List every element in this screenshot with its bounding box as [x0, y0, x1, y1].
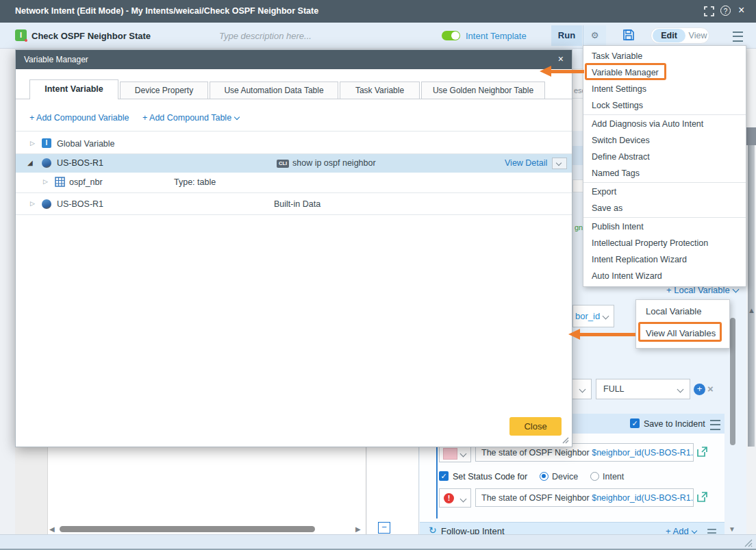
annotation-arrow-left: [540, 66, 585, 77]
description-input[interactable]: Type description here...: [219, 31, 312, 41]
status-message-input-2[interactable]: The state of OSPF Neighbor $neighbor_id(…: [475, 488, 694, 507]
dialog-close-icon[interactable]: ×: [558, 53, 564, 64]
menu-item-save-as[interactable]: Save as: [583, 200, 746, 216]
chevron-down-icon: [691, 528, 696, 534]
tree-row-global-variable[interactable]: ▷ I Global Variable: [16, 135, 572, 153]
help-icon[interactable]: ?: [720, 5, 731, 16]
window-resize-handle[interactable]: [744, 538, 753, 547]
scroll-right-arrow[interactable]: ▶: [355, 526, 361, 533]
parameter-dropdown-partial[interactable]: [570, 379, 592, 399]
chevron-down-icon: [234, 114, 240, 120]
canvas-hscrollbar-thumb[interactable]: [60, 526, 315, 532]
tree-row-device-builtin[interactable]: ▷ US-BOS-R1 Built-in Data: [16, 195, 572, 214]
maximize-icon[interactable]: [704, 6, 714, 16]
intent-template-toggle[interactable]: [442, 31, 460, 40]
intent-title: Check OSPF Neighbor State: [32, 31, 151, 41]
tab-device-property[interactable]: Device Property: [120, 82, 208, 99]
panel-scrollbar-thumb[interactable]: [730, 318, 735, 445]
collapsed-caret-icon[interactable]: ▷: [30, 140, 35, 147]
row-dropdown-button[interactable]: [552, 158, 567, 169]
menu-item-intent-settings[interactable]: Intent Settings: [583, 81, 746, 97]
menu-item-define-abstract[interactable]: Define Abstract: [583, 149, 746, 165]
menu-item-lock-settings[interactable]: Lock Settings: [583, 97, 746, 114]
menu-item-task-variable[interactable]: Task Variable: [583, 48, 746, 64]
expanded-caret-icon[interactable]: ◢: [27, 159, 33, 166]
block-indicator-line: [436, 442, 438, 518]
collapsed-caret-icon[interactable]: ▷: [30, 200, 35, 207]
menu-item-named-tags[interactable]: Named Tags: [583, 165, 746, 182]
window-scrollbar-thumb[interactable]: [748, 127, 755, 447]
menu-item-intent-replication-wizard[interactable]: Intent Replication Wizard: [583, 251, 746, 268]
window-scrollbar-thumb-top: [746, 127, 756, 145]
more-menu-icon[interactable]: [733, 32, 743, 42]
menu-item-switch-devices[interactable]: Switch Devices: [583, 132, 746, 149]
dialog-header[interactable]: Variable Manager ×: [16, 50, 572, 69]
tree-row-device-selected[interactable]: ◢ US-BOS-R1 CLI show ip ospf neighbor Vi…: [16, 154, 572, 173]
view-detail-link[interactable]: View Detail: [505, 158, 547, 168]
radio-intent[interactable]: [590, 472, 599, 481]
highlight-box-view-all-variables: [638, 322, 722, 342]
tab-use-automation-data-table[interactable]: Use Automation Data Table: [210, 82, 338, 99]
radio-intent-label: Intent: [603, 472, 624, 482]
tab-view[interactable]: View: [687, 29, 709, 42]
chevron-down-icon: [732, 286, 739, 293]
menu-item-local-variable[interactable]: Local Variable: [646, 306, 701, 316]
run-button[interactable]: Run: [551, 25, 582, 46]
variable-name: ospf_nbr: [69, 177, 103, 187]
cli-badge: CLI: [277, 160, 289, 168]
menu-item-export[interactable]: Export: [583, 184, 746, 200]
device-name: US-BOS-R1: [57, 158, 103, 168]
full-dropdown[interactable]: FULL: [596, 379, 690, 399]
device-icon: [42, 158, 51, 168]
message-variable: $neighbor_id(US-BOS-R1.os: [592, 448, 694, 458]
chevron-down-icon: [677, 386, 684, 393]
add-compound-variable-link[interactable]: + Add Compound Variable: [29, 113, 129, 123]
add-compound-table-link[interactable]: + Add Compound Table: [142, 113, 239, 123]
canvas-area[interactable]: [48, 447, 366, 534]
tab-edit[interactable]: Edit: [653, 29, 685, 42]
message-text: The state of OSPF Neighbor: [481, 448, 592, 458]
scroll-left-arrow[interactable]: ◀: [49, 526, 55, 533]
menu-item-ip-protection[interactable]: Intellectual Property Protection: [583, 235, 746, 251]
set-status-code-checkbox[interactable]: ✓: [439, 471, 449, 481]
page-fragment-green-text: gn: [575, 223, 583, 232]
intent-more-menu: Task Variable Variable Manager Intent Se…: [583, 45, 746, 287]
status-severity-dropdown[interactable]: !: [439, 488, 471, 508]
save-icon[interactable]: [622, 28, 635, 42]
menu-item-add-diagnosis[interactable]: Add Diagnosis via Auto Intent: [583, 116, 746, 132]
close-button[interactable]: Close: [509, 417, 562, 436]
collapse-minus-icon[interactable]: −: [378, 522, 390, 534]
highlight-box-variable-manager: [585, 63, 666, 80]
set-status-code-label: Set Status Code for: [453, 472, 527, 482]
save-to-incident-checkbox[interactable]: ✓: [630, 418, 640, 428]
tab-use-golden-neighbor-table[interactable]: Use Golden Neighbor Table: [421, 82, 545, 99]
window-titlebar: Network Intent (Edit Mode) - My Intents/…: [0, 0, 756, 23]
collapsed-caret-icon[interactable]: ▷: [43, 178, 48, 185]
scroll-up-arrow[interactable]: ▲: [748, 307, 755, 314]
neighbor-variable-dropdown[interactable]: bor_id: [572, 305, 614, 327]
intent-template-label: Intent Template: [466, 31, 527, 41]
save-to-incident-menu-icon[interactable]: [710, 420, 720, 430]
menu-divider: [583, 182, 746, 183]
tab-intent-variable[interactable]: Intent Variable: [29, 79, 118, 99]
canvas-left-rail: [15, 447, 48, 534]
message-text: The state of OSPF Neighbor: [481, 493, 592, 503]
tree-row-ospf-nbr[interactable]: ▷ ospf_nbr Type: table: [16, 173, 572, 192]
tab-task-variable[interactable]: Task Variable: [340, 82, 420, 99]
neighbor-variable-value: bor_id: [575, 311, 600, 321]
open-external-icon[interactable]: [696, 446, 708, 458]
add-condition-icon[interactable]: +: [694, 384, 705, 395]
menu-item-publish-intent[interactable]: Publish Intent: [583, 218, 746, 235]
window-close-icon[interactable]: ×: [738, 4, 744, 16]
status-color-swatch: [443, 448, 457, 460]
run-settings-gear-icon[interactable]: ⚙: [583, 25, 606, 46]
menu-item-auto-intent-wizard[interactable]: Auto Intent Wizard: [583, 268, 746, 284]
remove-condition-icon[interactable]: ×: [707, 383, 714, 395]
window-bottom-bar: [0, 534, 756, 549]
open-external-icon[interactable]: [696, 491, 708, 503]
toggle-knob: [451, 32, 459, 40]
radio-device[interactable]: [540, 472, 549, 481]
dialog-resize-handle[interactable]: [562, 436, 569, 444]
chevron-down-icon: [603, 313, 609, 320]
scroll-down-arrow[interactable]: ▼: [729, 526, 735, 533]
